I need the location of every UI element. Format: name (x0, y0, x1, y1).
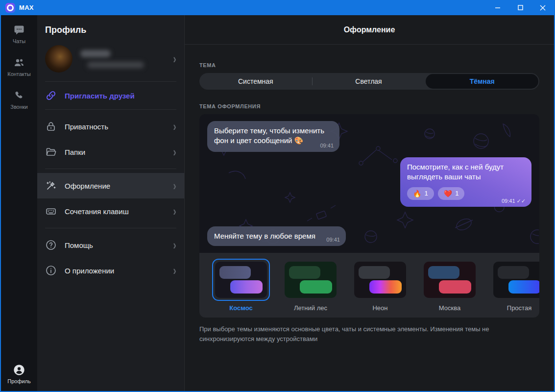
app-window: MAX Чаты Контакты (0, 0, 555, 392)
contacts-icon (13, 57, 25, 69)
theme-footnote: При выборе темы изменяются основные цвет… (199, 324, 502, 343)
chevron-right-icon: › (173, 239, 176, 251)
sidebar-title: Профиль (37, 15, 184, 40)
thumb-incoming-pill (428, 266, 459, 279)
thumb-outgoing-pill (369, 280, 402, 294)
reaction-count: 1 (455, 189, 458, 198)
chevron-right-icon: › (173, 120, 176, 133)
minimize-button[interactable] (486, 0, 509, 15)
preview-message-incoming-1: Выберите тему, чтобы изменить фон и цвет… (207, 121, 339, 152)
title-bar: MAX (1, 0, 554, 15)
appearance-theme-label: ТЕМА ОФОРМЛЕНИЯ (199, 103, 539, 109)
sidebar-item-label: Папки (65, 148, 165, 156)
sidebar-item-label: Сочетания клавиш (65, 207, 165, 216)
thumb-incoming-pill (359, 266, 390, 279)
invite-friends-label: Пригласить друзей (65, 92, 135, 100)
profile-icon (13, 364, 25, 376)
chat-preview: Выберите тему, чтобы изменить фон и цвет… (199, 114, 539, 253)
sidebar-item-label: Помощь (65, 241, 165, 249)
message-text: Посмотрите, как с ней будут выглядеть ва… (407, 163, 504, 181)
sidebar-item-about[interactable]: О приложении › (37, 258, 184, 283)
maximize-button[interactable] (509, 0, 531, 15)
theme-section-label: ТЕМА (199, 62, 539, 68)
theme-option-dark[interactable]: Тёмная (426, 74, 538, 89)
sidebar-item-appearance[interactable]: Оформление › (37, 173, 184, 198)
theme-option-system[interactable]: Системная (199, 73, 312, 90)
profile-card[interactable]: › (37, 40, 184, 81)
theme-thumbnails-strip: Космос Летний лес (199, 253, 539, 318)
theme-option-summer-forest[interactable]: Летний лес (282, 259, 339, 312)
theme-name: Летний лес (294, 304, 327, 312)
message-text: Выберите тему, чтобы изменить фон и цвет… (214, 126, 324, 145)
thumb-outgoing-pill (300, 280, 332, 294)
thumb-outgoing-pill (230, 280, 263, 294)
sidebar-item-shortcuts[interactable]: Сочетания клавиш › (37, 198, 184, 224)
reaction-heart[interactable]: ❤️ 1 (438, 187, 465, 200)
rail-item-chats[interactable]: Чаты (13, 24, 25, 44)
thumb-incoming-pill (219, 266, 251, 279)
chevron-right-icon: › (173, 205, 176, 218)
invite-friends-button[interactable]: Пригласить друзей (37, 82, 184, 109)
theme-name: Неон (372, 304, 387, 312)
window-title: MAX (19, 4, 34, 11)
rail-item-profile[interactable]: Профиль (7, 364, 31, 384)
rail-item-contacts[interactable]: Контакты (7, 57, 31, 77)
chat-icon (13, 24, 25, 36)
fire-emoji-icon: 🔥 (413, 189, 421, 198)
info-icon (45, 265, 57, 276)
sidebar-item-help[interactable]: Помощь › (37, 232, 184, 258)
reaction-fire[interactable]: 🔥 1 (407, 187, 434, 200)
theme-option-light[interactable]: Светлая (313, 73, 425, 90)
theme-preview-card: Выберите тему, чтобы изменить фон и цвет… (199, 114, 539, 318)
chevron-right-icon: › (173, 146, 176, 158)
avatar (45, 45, 72, 73)
page-title: Оформление (344, 25, 395, 34)
rail-label: Звонки (10, 104, 28, 110)
chevron-right-icon: › (173, 264, 176, 277)
message-text: Меняйте тему в любое время (214, 232, 315, 240)
heart-emoji-icon: ❤️ (444, 189, 452, 198)
thumb-incoming-pill (498, 266, 529, 279)
reaction-count: 1 (424, 189, 428, 198)
rail-item-calls[interactable]: Звонки (10, 90, 28, 110)
read-ticks-icon: ✓✓ (517, 198, 526, 204)
thumb-incoming-pill (289, 266, 320, 279)
phone-icon (13, 90, 25, 101)
thumb-outgoing-pill (508, 280, 539, 294)
sidebar-item-folders[interactable]: Папки › (37, 139, 184, 165)
lock-icon (45, 121, 57, 132)
sidebar-item-label: О приложении (65, 267, 165, 275)
theme-name: Простая (507, 304, 531, 312)
theme-name: Москва (439, 304, 460, 312)
main-panel: Оформление ТЕМА Системная Светлая Тёмная… (185, 15, 554, 391)
magic-wand-icon (45, 180, 57, 192)
theme-option-neon[interactable]: Неон (351, 259, 409, 312)
chevron-right-icon: › (173, 52, 176, 65)
profile-name-blurred (72, 50, 173, 68)
preview-message-outgoing: Посмотрите, как с ней будут выглядеть ва… (400, 157, 531, 207)
message-time: 09:41 (326, 236, 340, 244)
rail-label: Профиль (7, 378, 31, 384)
thumb-outgoing-pill (439, 280, 471, 294)
settings-sidebar: Профиль › Пригласить друзей (37, 15, 185, 391)
sidebar-item-privacy[interactable]: Приватность › (37, 114, 184, 139)
theme-name: Космос (229, 304, 252, 312)
close-button[interactable] (531, 0, 554, 15)
message-time: 09:41 (320, 142, 334, 149)
theme-option-moscow[interactable]: Москва (421, 259, 479, 312)
sidebar-item-label: Приватность (65, 122, 165, 131)
folder-icon (45, 146, 57, 158)
max-logo-icon (5, 3, 15, 13)
help-icon (45, 239, 57, 251)
link-icon (45, 90, 57, 101)
theme-option-cosmos[interactable]: Космос (212, 259, 270, 312)
chevron-right-icon: › (173, 179, 176, 192)
theme-option-simple[interactable]: Простая (490, 259, 539, 312)
message-time-ticks: 09:41 ✓✓ (502, 197, 526, 205)
keyboard-icon (45, 205, 57, 217)
rail-label: Контакты (7, 71, 31, 77)
main-header: Оформление (185, 15, 554, 45)
nav-rail: Чаты Контакты Звонки Профиль (1, 15, 37, 391)
preview-message-incoming-2: Меняйте тему в любое время 09:41 (207, 226, 346, 246)
theme-segmented-control: Системная Светлая Тёмная (199, 73, 539, 90)
